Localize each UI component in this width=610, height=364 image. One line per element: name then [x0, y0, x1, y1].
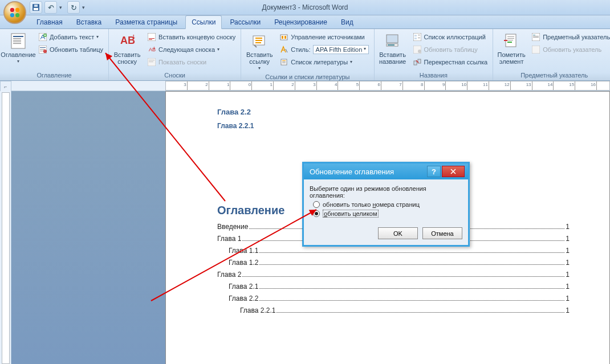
toc-dots: [259, 252, 564, 253]
style-label: Стиль:: [291, 46, 310, 53]
svg-rect-34: [284, 36, 286, 39]
btn-add-text[interactable]: Добавить текст ▾: [35, 31, 106, 43]
citation-icon: [250, 32, 269, 50]
svg-rect-10: [13, 40, 21, 40]
btn-bibliography[interactable]: Список литературы ▾: [276, 56, 371, 68]
toc-dots: [242, 276, 564, 277]
btn-mark-entry[interactable]: Пометить элемент: [495, 31, 527, 71]
svg-rect-16: [40, 47, 46, 48]
footnote-icon: AB1: [118, 32, 136, 50]
svg-point-3: [15, 13, 19, 17]
btn-mark-entry-label: Пометить элемент: [497, 51, 526, 65]
toc-page: 1: [566, 283, 570, 291]
title-bar: ↶ ▾ ↻ ▾ Документ3 - Microsoft Word: [0, 0, 610, 15]
figures-list-icon: [413, 32, 422, 42]
svg-rect-12: [13, 43, 21, 44]
svg-rect-7: [11, 34, 25, 48]
dialog-title: Обновление оглавления: [310, 167, 394, 176]
toc-text: Глава 2.2.1: [240, 306, 275, 314]
btn-insert-citation[interactable]: Вставить ссылку▾: [243, 31, 275, 72]
tab-review[interactable]: Рецензирование: [269, 16, 333, 28]
btn-manage-sources[interactable]: Управление источниками: [276, 31, 371, 43]
svg-rect-49: [414, 61, 417, 65]
ok-button[interactable]: OK: [378, 227, 418, 239]
ruler-corner[interactable]: ⌐: [0, 81, 11, 92]
toc-page: 1: [566, 259, 570, 267]
save-icon: [32, 3, 40, 11]
svg-rect-9: [13, 38, 21, 39]
toc-line[interactable]: Глава 2.11: [229, 283, 570, 291]
btn-insert-footnote[interactable]: AB1 Вставить сноску: [111, 31, 143, 71]
btn-toc-label: Оглавление: [1, 51, 35, 58]
svg-rect-33: [282, 36, 283, 39]
svg-rect-56: [504, 40, 507, 41]
btn-cross-reference[interactable]: Перекрестная ссылка: [410, 56, 491, 68]
btn-insert-index[interactable]: Предметный указатель: [528, 31, 610, 43]
tab-insert[interactable]: Вставка: [71, 16, 108, 28]
svg-rect-60: [533, 37, 539, 38]
vertical-ruler[interactable]: [0, 91, 11, 364]
svg-point-0: [10, 8, 14, 12]
svg-rect-43: [414, 35, 417, 36]
toc-text: Глава 1.1: [229, 247, 258, 255]
undo-dropdown[interactable]: ▾: [59, 5, 65, 10]
toc-line[interactable]: Глава 2.2.11: [240, 306, 570, 314]
btn-show-notes: Показать сноски: [144, 56, 238, 68]
btn-insert-caption[interactable]: Вставить название: [377, 31, 409, 71]
svg-rect-44: [418, 35, 420, 35]
qat-save[interactable]: [30, 1, 42, 14]
toc-page: 1: [566, 247, 570, 255]
dialog-help-button[interactable]: ?: [427, 166, 441, 177]
qat-undo[interactable]: ↶: [44, 1, 57, 14]
style-combo[interactable]: APA Fifth Edition▾: [313, 45, 369, 54]
radio-page-numbers[interactable]: обновить только номера страниц: [313, 201, 462, 208]
radio-page-numbers-label: обновить только номера страниц: [323, 201, 420, 208]
toc-icon: [9, 32, 27, 50]
toc-text: Глава 1: [217, 235, 241, 243]
office-button[interactable]: [3, 1, 26, 24]
quick-access-toolbar: ↶ ▾ ↻ ▾: [30, 1, 88, 14]
close-icon: [450, 169, 456, 174]
toc-dots: [276, 312, 564, 313]
horizontal-ruler[interactable]: 3210123456789101112131415161718: [11, 81, 610, 91]
svg-rect-5: [34, 8, 38, 10]
btn-insert-caption-label: Вставить название: [378, 51, 408, 65]
btn-update-toc[interactable]: !Обновить таблицу: [35, 43, 106, 55]
toc-line[interactable]: Глава 1.21: [229, 259, 570, 267]
radio-icon: [313, 201, 320, 208]
svg-rect-38: [282, 63, 286, 63]
cancel-button[interactable]: Отмена: [422, 227, 462, 239]
qat-customize[interactable]: ▾: [82, 5, 88, 10]
tab-mailings[interactable]: Рассылки: [224, 16, 266, 28]
tab-home[interactable]: Главная: [31, 16, 68, 28]
toc-text: Глава 2.1: [229, 283, 258, 291]
dialog-titlebar[interactable]: Обновление оглавления ?: [304, 163, 468, 179]
heading-2-2-1[interactable]: Глава 2.2.1: [217, 122, 570, 130]
tab-view[interactable]: Вид: [335, 16, 359, 28]
svg-rect-52: [507, 36, 514, 37]
heading-2-2[interactable]: Глава 2.2: [217, 108, 570, 116]
style-row: Стиль: APA Fifth Edition▾: [276, 43, 371, 55]
btn-next-footnote[interactable]: AB1Следующая сноска ▾: [144, 43, 238, 55]
app-title: Документ3 - Microsoft Word: [262, 3, 348, 11]
qat-redo[interactable]: ↻: [67, 1, 80, 14]
dialog-close-button[interactable]: [442, 166, 465, 177]
tab-references[interactable]: Ссылки: [185, 15, 222, 29]
btn-toc[interactable]: Оглавление▾: [2, 31, 34, 71]
svg-rect-53: [507, 38, 514, 39]
btn-insert-endnote[interactable]: Вставить концевую сноску: [144, 31, 238, 43]
toc-page: 1: [566, 235, 570, 243]
radio-icon: [313, 210, 320, 217]
tab-page-layout[interactable]: Разметка страницы: [109, 16, 183, 28]
toc-line[interactable]: Глава 21: [217, 271, 570, 279]
toc-line[interactable]: Глава 1.11: [229, 247, 570, 255]
manage-sources-icon: [279, 32, 288, 42]
radio-entire[interactable]: обновить целиком: [313, 210, 462, 218]
btn-figures-list[interactable]: Список иллюстраций: [410, 31, 491, 43]
bibliography-icon: [279, 58, 288, 67]
group-index-title: Предметный указатель: [495, 71, 610, 80]
btn-update-captions: Обновить таблицу: [410, 43, 491, 55]
toc-line[interactable]: Глава 2.21: [229, 295, 570, 302]
office-icon: [9, 6, 21, 19]
svg-rect-45: [414, 38, 417, 39]
